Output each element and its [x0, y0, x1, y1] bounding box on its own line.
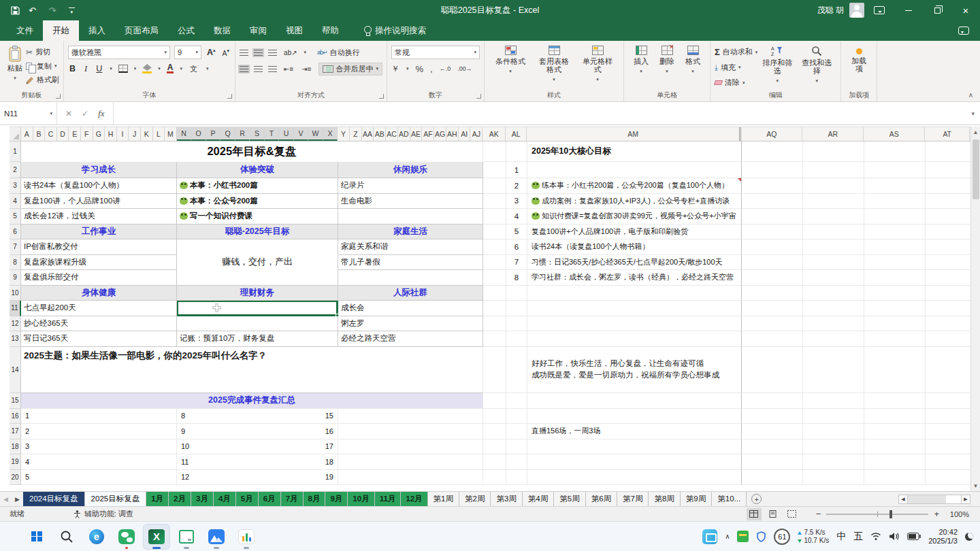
column-header[interactable]: I: [117, 127, 129, 141]
sheet-tab[interactable]: 第1周: [428, 492, 459, 506]
font-color-button[interactable]: A: [167, 64, 174, 73]
cell[interactable]: [803, 178, 864, 194]
cell[interactable]: 七点早起200天: [21, 301, 177, 316]
cell-item-number[interactable]: 4: [506, 209, 527, 224]
cell[interactable]: 记账：预算10万，财务复盘: [177, 331, 338, 347]
column-header[interactable]: B: [33, 127, 46, 141]
battery-icon[interactable]: [907, 533, 921, 540]
zoom-percent[interactable]: 100%: [945, 510, 969, 518]
cell[interactable]: [742, 393, 803, 409]
cell[interactable]: [483, 331, 506, 347]
tray-green-app-icon[interactable]: [737, 531, 749, 542]
normal-view-button[interactable]: [747, 508, 762, 520]
cell[interactable]: [926, 316, 970, 332]
clock[interactable]: 20:42 2025/1/3: [928, 528, 958, 546]
pc-manager-ball[interactable]: 61: [774, 529, 790, 545]
account-name[interactable]: 茂聪 胡: [817, 5, 844, 16]
cell[interactable]: [527, 439, 742, 455]
cell[interactable]: 粥左罗: [338, 316, 483, 332]
cell[interactable]: 1118: [177, 454, 338, 470]
cell[interactable]: [527, 393, 742, 409]
cell-sheet-title[interactable]: 2025年目标&复盘: [21, 141, 483, 162]
sheet-tab[interactable]: 2025目标复盘: [85, 492, 147, 506]
cell[interactable]: [742, 270, 803, 286]
column-header[interactable]: K: [141, 127, 153, 141]
cell[interactable]: [864, 255, 926, 271]
ribbon-tab[interactable]: 帮助: [312, 20, 348, 41]
column-header[interactable]: E: [69, 127, 81, 141]
cell[interactable]: [926, 393, 970, 409]
column-header[interactable]: G: [93, 127, 105, 141]
cell[interactable]: 本事：公众号200篇: [177, 194, 338, 210]
cell[interactable]: [803, 424, 864, 439]
format-cells-button[interactable]: 格式▾: [680, 44, 706, 77]
column-header[interactable]: Q: [220, 127, 235, 141]
dialog-launcher-icon[interactable]: [56, 94, 61, 99]
cell-core-goal[interactable]: 复盘100讲+个人品牌100讲，电子版和印刷验货: [527, 224, 742, 240]
cell-section-header[interactable]: 身体健康: [21, 286, 177, 301]
decrease-decimal-button[interactable]: .00→: [457, 65, 472, 72]
customize-quick-access-button[interactable]: ▾: [69, 7, 75, 14]
column-header[interactable]: V: [294, 127, 309, 141]
cell[interactable]: [803, 454, 864, 470]
column-header[interactable]: H: [105, 127, 117, 141]
column-header[interactable]: AF: [422, 127, 434, 141]
row-header[interactable]: 8: [10, 255, 21, 271]
cell-item-number[interactable]: 3: [506, 194, 527, 210]
dialog-launcher-icon[interactable]: [379, 94, 384, 99]
restore-button[interactable]: [923, 0, 951, 20]
ribbon-display-options-icon[interactable]: [874, 6, 885, 14]
cell[interactable]: [803, 239, 864, 255]
ime-indicator[interactable]: 中: [836, 531, 846, 543]
search-button[interactable]: [53, 524, 80, 550]
cell[interactable]: 1219: [177, 470, 338, 486]
cell-item-number[interactable]: 7: [506, 255, 527, 271]
excel-taskbar-button[interactable]: X: [143, 524, 170, 550]
stats-app-button[interactable]: [233, 524, 260, 550]
column-header[interactable]: A: [21, 127, 33, 141]
cell[interactable]: [742, 162, 803, 178]
cell[interactable]: [742, 141, 803, 162]
cell[interactable]: [483, 286, 506, 301]
row-header[interactable]: 15: [10, 393, 21, 409]
sheet-tab[interactable]: 9月: [325, 492, 348, 506]
column-header[interactable]: AA: [362, 127, 374, 141]
column-header[interactable]: U: [279, 127, 294, 141]
column-header[interactable]: AH: [446, 127, 459, 141]
align-left-button[interactable]: [240, 66, 248, 72]
sheet-tab[interactable]: 第2周: [459, 492, 491, 506]
row-header[interactable]: 16: [10, 409, 21, 424]
cell[interactable]: [483, 178, 506, 194]
sheet-tab[interactable]: 6月: [259, 492, 281, 506]
row-header[interactable]: 19: [10, 454, 21, 470]
select-all-corner[interactable]: [10, 127, 21, 141]
cell[interactable]: 必经之路天空营: [338, 331, 483, 347]
align-right-button[interactable]: [268, 66, 277, 72]
cell[interactable]: [483, 301, 506, 316]
cell[interactable]: [803, 301, 864, 316]
sheet-tab[interactable]: 第7周: [617, 492, 649, 506]
cell[interactable]: 本事：小红书200篇: [177, 178, 338, 194]
cell[interactable]: [803, 286, 864, 301]
zoom-slider[interactable]: [826, 514, 928, 515]
cell-section-header[interactable]: 休闲娱乐: [338, 162, 483, 178]
meeting-app-button[interactable]: [203, 524, 230, 550]
column-header[interactable]: W: [308, 127, 323, 141]
cell[interactable]: [506, 286, 527, 301]
cell[interactable]: [803, 409, 864, 424]
decrease-indent-button[interactable]: ⇤≡: [282, 65, 295, 73]
cell[interactable]: [527, 470, 742, 486]
cell[interactable]: [803, 470, 864, 486]
column-header[interactable]: T: [265, 127, 280, 141]
cell[interactable]: [483, 224, 506, 240]
cell[interactable]: [803, 393, 864, 409]
cell[interactable]: [338, 209, 483, 224]
ribbon-tab[interactable]: 文件: [7, 20, 43, 41]
cell[interactable]: 家庭关系和谐: [338, 239, 483, 255]
cell[interactable]: [742, 286, 803, 301]
ribbon-tab[interactable]: 开始: [43, 20, 79, 41]
cell[interactable]: 写日记365天: [21, 331, 177, 347]
cell-core-goal[interactable]: 读书24本（读复盘100个人物书籍）: [527, 239, 742, 255]
cell[interactable]: [338, 470, 483, 486]
network-speed[interactable]: 7.5 K/s 10.7 K/s: [798, 529, 829, 545]
